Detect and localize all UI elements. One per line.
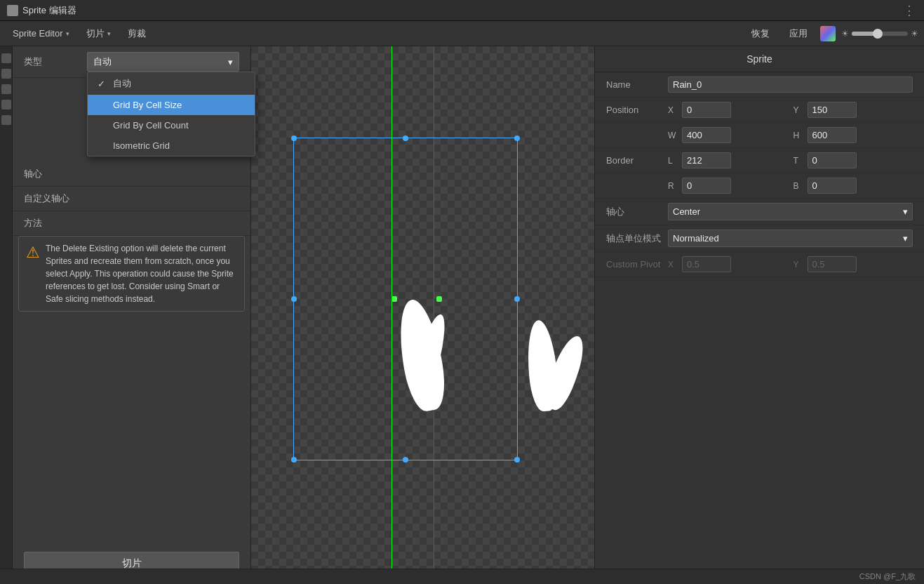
border-label: Border [606, 155, 662, 166]
dropdown-item-grid-count[interactable]: Grid By Cell Count [88, 115, 255, 135]
slice-menu[interactable]: 切片 ▾ [79, 25, 118, 43]
brightness-slider[interactable]: ☀ ☀ [841, 29, 918, 39]
warning-box: ⚠ The Delete Existing option will delete… [18, 236, 245, 312]
pivot-mode-chevron: ▾ [903, 233, 908, 244]
pivot-select-value: Center [673, 206, 700, 217]
bottom-credit: CSDN @F_九歌 [859, 571, 916, 582]
sprite-editor-menu[interactable]: Sprite Editor ▾ [6, 25, 76, 41]
main-content: 类型 自动 ▾ ✓ 自动 Grid By Cell Size [0, 46, 924, 584]
sidebar-icon-5[interactable] [1, 115, 11, 125]
size-h-group: H [794, 127, 913, 143]
window-title: Sprite 编辑器 [22, 4, 76, 17]
pivot-label: 轴心 [24, 168, 80, 180]
border-b-input[interactable] [808, 178, 857, 194]
custom-pivot-label: 自定义轴心 [24, 192, 80, 205]
sprite-panel-title: Sprite [595, 46, 924, 72]
y-axis-label: Y [794, 105, 803, 115]
selection-box [293, 138, 518, 460]
sidebar-icon-1[interactable] [1, 53, 11, 63]
pivot-mode-select[interactable]: Normalized ▾ [668, 230, 913, 247]
name-input[interactable] [668, 77, 913, 93]
name-label: Name [606, 79, 662, 90]
sprite-editor-chevron: ▾ [66, 30, 69, 37]
handle-mr[interactable] [514, 296, 520, 302]
name-row: Name [595, 72, 924, 98]
slider-min-icon: ☀ [841, 29, 849, 39]
size-h-input[interactable] [808, 127, 857, 143]
window-menu-dots[interactable]: ⋮ [903, 3, 917, 18]
canvas-area[interactable] [251, 46, 594, 584]
custom-pivot-sprite-label: Custom Pivot [606, 259, 662, 270]
vertical-guide [391, 46, 392, 584]
handle-green-2[interactable] [436, 296, 442, 302]
sprite-pivot-label: 轴心 [606, 206, 662, 218]
grid-count-label: Grid By Cell Count [113, 120, 189, 131]
border-t-input[interactable] [808, 152, 857, 168]
position-y-group: Y [794, 102, 913, 118]
sprite-pivot-row: 轴心 Center ▾ [595, 199, 924, 225]
custom-pivot-x-input [682, 256, 731, 272]
menu-bar: Sprite Editor ▾ 切片 ▾ 剪裁 恢复 应用 ☀ ☀ [0, 21, 924, 46]
border-r-input[interactable] [682, 178, 731, 194]
pivot-select[interactable]: Center ▾ [668, 203, 913, 220]
handle-tr[interactable] [514, 135, 520, 141]
dropdown-item-grid-size[interactable]: Grid By Cell Size [88, 95, 255, 115]
size-row: W H [595, 123, 924, 148]
slice-chevron: ▾ [107, 30, 111, 37]
trim-menu[interactable]: 剪裁 [121, 25, 153, 43]
auto-label: 自动 [113, 77, 131, 90]
position-y-input[interactable] [808, 102, 857, 118]
type-label: 类型 [24, 55, 80, 68]
r-axis-label: R [668, 181, 678, 191]
border-rb-row: R B [595, 173, 924, 199]
sprite-editor-label: Sprite Editor [13, 28, 63, 39]
border-row: Border L T [595, 148, 924, 173]
sidebar-icon-4[interactable] [1, 100, 11, 109]
handle-bl[interactable] [291, 457, 297, 463]
warning-icon: ⚠ [26, 244, 40, 262]
sidebar-icon-3[interactable] [1, 84, 11, 94]
dropdown-item-auto[interactable]: ✓ 自动 [88, 72, 255, 95]
sidebar-icon-2[interactable] [1, 69, 11, 79]
border-l-input[interactable] [682, 152, 731, 168]
w-axis-label: W [668, 131, 678, 140]
type-dropdown-button[interactable]: 自动 ▾ [87, 52, 239, 72]
restore-btn[interactable]: 恢复 [744, 25, 777, 43]
size-w-input[interactable] [682, 127, 731, 143]
title-bar: Sprite 编辑器 ⋮ [0, 0, 924, 21]
handle-br[interactable] [514, 457, 520, 463]
app-icon [7, 5, 18, 16]
slider-track[interactable] [852, 32, 908, 36]
border-r-group: R [668, 178, 788, 194]
dropdown-item-isometric[interactable]: Isometric Grid [88, 135, 255, 156]
custom-pivot-row: 自定义轴心 [13, 187, 250, 211]
grid-v-1 [434, 46, 434, 584]
handle-bm[interactable] [403, 457, 408, 463]
h-axis-label: H [794, 131, 803, 140]
pivot-mode-value: Normalized [673, 233, 719, 244]
type-row: 类型 自动 ▾ ✓ 自动 Grid By Cell Size [13, 46, 250, 78]
border-b-group: B [794, 178, 913, 194]
slider-thumb[interactable] [873, 29, 883, 39]
position-x-input[interactable] [682, 102, 731, 118]
border-t-group: T [794, 152, 913, 168]
handle-ml[interactable] [291, 296, 297, 302]
custom-pivot-x-group: X [668, 256, 788, 272]
handle-green-1[interactable] [391, 296, 397, 302]
auto-check: ✓ [98, 79, 107, 89]
handle-tm[interactable] [403, 135, 408, 141]
type-dropdown-container: 自动 ▾ ✓ 自动 Grid By Cell Size Grid [87, 52, 239, 72]
sprite-info-panel: Sprite Name Position X Y W [594, 46, 924, 584]
grid-size-label: Grid By Cell Size [113, 100, 182, 110]
apply-btn[interactable]: 应用 [782, 25, 815, 43]
b-axis-label: B [794, 181, 803, 191]
type-dropdown-menu: ✓ 自动 Grid By Cell Size Grid By Cell Coun… [87, 72, 255, 157]
handle-tl[interactable] [291, 135, 297, 141]
custom-pivot-y-group: Y [794, 256, 913, 272]
position-label: Position [606, 105, 662, 115]
left-sidebar [0, 46, 13, 584]
slider-max-icon: ☀ [911, 29, 918, 39]
type-dropdown-chevron: ▾ [228, 57, 233, 67]
color-picker-icon[interactable] [820, 26, 836, 41]
l-axis-label: L [668, 156, 678, 166]
